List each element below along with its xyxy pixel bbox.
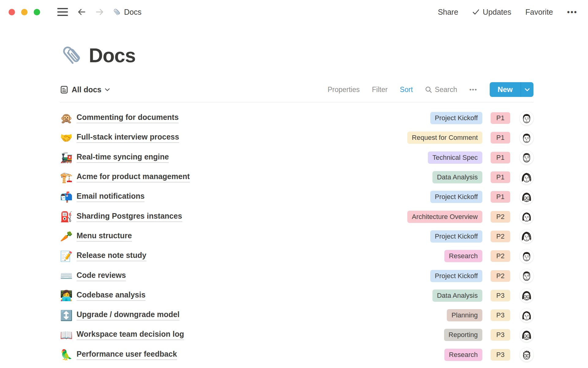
view-selector[interactable]: All docs [60, 85, 110, 94]
doc-priority-badge[interactable]: P2 [491, 231, 510, 242]
page-title: Docs [89, 44, 136, 67]
table-toolbar: All docs Properties Filter Sort Search •… [60, 82, 533, 102]
updates-button[interactable]: Updates [472, 8, 511, 17]
table-row: ⛽ Sharding Postgres instances Architectu… [60, 207, 533, 226]
doc-title-link[interactable]: Release note study [77, 251, 146, 261]
doc-priority-badge[interactable]: P3 [491, 349, 510, 361]
favorite-button[interactable]: Favorite [525, 8, 553, 17]
back-icon[interactable] [77, 7, 86, 17]
table-row: 👩‍💻 Codebase analysis Data Analysis P3 [60, 286, 533, 305]
doc-tag-badge[interactable]: Technical Spec [428, 151, 482, 164]
doc-emoji-icon: 📖 [60, 330, 77, 340]
avatar[interactable] [520, 171, 533, 184]
avatar[interactable] [520, 348, 533, 362]
filter-button[interactable]: Filter [372, 86, 387, 94]
avatar[interactable] [520, 269, 533, 283]
table-row: 📝 Release note study Research P2 [60, 246, 533, 266]
avatar[interactable] [520, 328, 533, 342]
avatar-face [522, 213, 531, 221]
window-controls [9, 9, 46, 15]
close-window-button[interactable] [9, 9, 15, 15]
avatar-face [523, 271, 530, 281]
doc-title-link[interactable]: Email notifications [77, 192, 145, 202]
avatar[interactable] [520, 151, 533, 164]
new-button-label[interactable]: New [490, 82, 521, 97]
doc-tag-badge[interactable]: Data Analysis [432, 289, 482, 302]
doc-title-link[interactable]: Commenting for documents [77, 113, 179, 123]
new-button-dropdown[interactable] [521, 82, 533, 97]
doc-tag-badge[interactable]: Architecture Overview [407, 211, 482, 223]
doc-priority-badge[interactable]: P1 [491, 112, 510, 124]
doc-tag-badge[interactable]: Planning [447, 309, 482, 321]
doc-tag-badge[interactable]: Data Analysis [432, 171, 482, 183]
avatar[interactable] [520, 229, 533, 243]
avatar[interactable] [520, 309, 533, 322]
avatar[interactable] [520, 289, 533, 302]
doc-title-link[interactable]: Real-time syncing engine [77, 152, 169, 163]
avatar-face [523, 134, 530, 143]
doc-title-link[interactable]: Sharding Postgres instances [77, 212, 182, 222]
doc-emoji-icon: ↕️ [60, 310, 77, 320]
share-button[interactable]: Share [438, 8, 458, 17]
avatar-face [522, 173, 531, 182]
doc-title-link[interactable]: Menu structure [77, 231, 132, 242]
chevron-down-icon [525, 88, 530, 91]
page-content: Docs All docs Properties Filter Sort Sea… [0, 44, 588, 365]
search-button[interactable]: Search [425, 86, 457, 94]
doc-title-link[interactable]: Performance user feedback [77, 350, 177, 360]
minimize-window-button[interactable] [21, 9, 28, 15]
new-button[interactable]: New [490, 82, 533, 97]
doc-title-link[interactable]: Code reviews [77, 271, 126, 281]
avatar-face [523, 252, 530, 261]
titlebar: Docs Share Updates Favorite ••• [0, 0, 588, 24]
sidebar-menu-icon[interactable] [57, 8, 68, 16]
zoom-window-button[interactable] [34, 9, 40, 15]
doc-tag-badge[interactable]: Project Kickoff [430, 270, 482, 282]
doc-priority-badge[interactable]: P2 [491, 270, 510, 282]
view-selector-label: All docs [72, 85, 101, 94]
doc-tag-badge[interactable]: Request for Comment [407, 132, 482, 144]
paperclip-icon [113, 8, 121, 16]
avatar[interactable] [520, 190, 533, 204]
toolbar-more-icon[interactable]: ••• [469, 86, 477, 93]
table-row: ↕️ Upgrade / downgrade model Planning P3 [60, 305, 533, 325]
search-icon [425, 86, 432, 93]
doc-tag-badge[interactable]: Research [444, 349, 482, 361]
sort-button[interactable]: Sort [400, 86, 413, 94]
doc-title-link[interactable]: Workspace team decision log [77, 330, 184, 340]
doc-priority-badge[interactable]: P2 [491, 250, 510, 262]
forward-icon[interactable] [95, 7, 105, 17]
avatar[interactable] [520, 249, 533, 263]
doc-tag-badge[interactable]: Research [444, 250, 482, 262]
avatar[interactable] [520, 210, 533, 224]
doc-tag-badge[interactable]: Project Kickoff [430, 112, 482, 124]
avatar-face [522, 291, 531, 300]
doc-title-link[interactable]: Codebase analysis [77, 290, 145, 301]
window-title: Docs [124, 8, 141, 17]
page-paperclip-icon[interactable] [60, 44, 83, 67]
doc-emoji-icon: 🦜 [60, 350, 77, 360]
doc-priority-badge[interactable]: P1 [491, 171, 510, 183]
doc-title-link[interactable]: Acme for product management [77, 172, 190, 182]
doc-emoji-icon: 📬 [60, 192, 77, 202]
avatar[interactable] [520, 131, 533, 145]
avatar[interactable] [520, 111, 533, 125]
doc-priority-badge[interactable]: P1 [491, 132, 510, 144]
doc-tag-badge[interactable]: Project Kickoff [430, 191, 482, 203]
doc-title-link[interactable]: Upgrade / downgrade model [77, 310, 179, 320]
breadcrumb[interactable]: Docs [113, 8, 141, 17]
doc-tag-badge[interactable]: Reporting [444, 329, 482, 341]
doc-priority-badge[interactable]: P1 [491, 152, 510, 163]
properties-button[interactable]: Properties [328, 86, 360, 94]
doc-priority-badge[interactable]: P3 [491, 290, 510, 301]
doc-title-link[interactable]: Full-stack interview process [77, 132, 179, 143]
doc-tag-badge[interactable]: Project Kickoff [430, 230, 482, 243]
doc-priority-badge[interactable]: P2 [491, 211, 510, 223]
window-more-icon[interactable]: ••• [567, 8, 578, 16]
doc-priority-badge[interactable]: P1 [491, 191, 510, 203]
doc-emoji-icon: 🏗️ [60, 172, 77, 182]
table-row: 🚂 Real-time syncing engine Technical Spe… [60, 148, 533, 167]
docs-table: 🙊 Commenting for documents Project Kicko… [60, 108, 533, 365]
doc-priority-badge[interactable]: P3 [491, 329, 510, 341]
doc-priority-badge[interactable]: P3 [491, 309, 510, 321]
